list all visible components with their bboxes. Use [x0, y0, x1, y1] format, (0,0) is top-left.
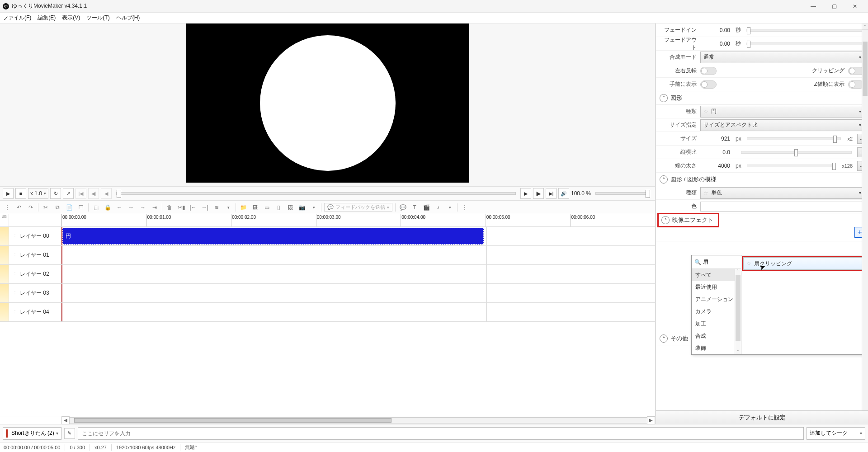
time-ruler[interactable]: 00:00:00.0000:00:01.0000:00:02.0000:00:0…: [61, 214, 655, 226]
props-scrollbar[interactable]: ˄: [862, 24, 868, 410]
aspect-value[interactable]: 0.0: [700, 149, 732, 155]
link-both-button[interactable]: ↔: [127, 203, 136, 212]
menu-help[interactable]: ヘルプ(H): [116, 14, 140, 22]
step-fwd-button[interactable]: ▶: [520, 188, 531, 199]
track-body[interactable]: [61, 284, 655, 302]
trim-start-button[interactable]: |←: [189, 203, 198, 212]
magnet-button[interactable]: ⬚: [91, 203, 100, 212]
undo-button[interactable]: ↶: [14, 203, 24, 212]
linewidth-value[interactable]: 4000: [700, 163, 732, 169]
prev-frame-button[interactable]: ◀|: [88, 188, 99, 199]
track-body[interactable]: [61, 246, 655, 264]
effect-category-item[interactable]: アニメーション: [692, 293, 741, 306]
track-header[interactable]: ⋮レイヤー 02: [9, 265, 61, 283]
play-button[interactable]: ▶: [3, 188, 14, 199]
add-more-icon[interactable]: ▾: [309, 203, 318, 212]
video-icon[interactable]: 🎬: [422, 203, 431, 212]
skip-start-button[interactable]: |◀: [75, 188, 86, 199]
track-body[interactable]: 円: [61, 227, 655, 245]
track-header[interactable]: ⋮レイヤー 03: [9, 284, 61, 302]
link-right-button[interactable]: →: [138, 203, 147, 212]
settings-icon[interactable]: ⋮: [460, 203, 469, 212]
track-header[interactable]: ⋮レイヤー 04: [9, 303, 61, 321]
add-media-button[interactable]: 🖽: [250, 203, 259, 212]
effect-category-item[interactable]: 最近使用: [692, 281, 741, 293]
align-button[interactable]: ⇥: [150, 203, 159, 212]
serif-input[interactable]: [78, 427, 804, 440]
fliph-toggle[interactable]: [700, 67, 717, 75]
hscroll-right-arrow[interactable]: ▶: [647, 416, 655, 424]
text-icon[interactable]: T: [410, 203, 419, 212]
menu-file[interactable]: ファイル(F): [3, 14, 31, 22]
size-value[interactable]: 921: [700, 136, 732, 142]
snap-button[interactable]: ↗: [63, 188, 74, 199]
kind-dropdown[interactable]: ☆円▾: [700, 106, 864, 118]
effect-category-item[interactable]: すべて: [692, 269, 741, 281]
ripple-button[interactable]: ≋: [212, 203, 221, 212]
speed-select[interactable]: x 1.0▾: [28, 188, 48, 199]
skip-end-button[interactable]: ▶|: [546, 188, 557, 199]
section-video-effect[interactable]: ˄映像エフェクト: [658, 213, 719, 227]
fadein-value[interactable]: 0.00: [700, 27, 732, 33]
delete-button[interactable]: 🗑: [165, 203, 174, 212]
effect-category-item[interactable]: 合成: [692, 330, 741, 342]
effect-search-input[interactable]: [703, 259, 738, 265]
seek-slider[interactable]: [116, 192, 516, 195]
effect-result-fan-clipping[interactable]: ☆ 扇クリッピング: [743, 257, 863, 270]
hscroll-left-arrow[interactable]: ◀: [61, 416, 70, 424]
loop-button[interactable]: ↻: [50, 188, 61, 199]
track-body[interactable]: [61, 303, 655, 321]
add-clip-button[interactable]: ▭: [262, 203, 271, 212]
front-toggle[interactable]: [700, 80, 717, 89]
menu-tool[interactable]: ツール(T): [86, 14, 109, 22]
set-default-button[interactable]: デフォルトに設定: [656, 410, 868, 424]
copy-button[interactable]: ⧉: [53, 203, 62, 212]
more2-icon[interactable]: ▾: [445, 203, 454, 212]
drag-handle-icon[interactable]: ⋮: [3, 203, 12, 212]
voice-settings-button[interactable]: ✎: [64, 428, 75, 439]
fadeout-slider[interactable]: [746, 42, 863, 45]
trim-end-button[interactable]: →|: [200, 203, 209, 212]
minimize-button[interactable]: —: [803, 0, 824, 13]
cut-button[interactable]: ✂: [41, 203, 50, 212]
category-scrollbar[interactable]: ˄˅: [735, 269, 741, 354]
timeline-hscroll[interactable]: ◀ ▶: [0, 416, 655, 424]
paste-button[interactable]: 📄: [65, 203, 74, 212]
effect-category-item[interactable]: カメラ: [692, 306, 741, 318]
color-swatch[interactable]: [700, 202, 864, 212]
add-image-button[interactable]: 🖼: [286, 203, 295, 212]
timeline-clip[interactable]: 円: [62, 228, 484, 245]
duplicate-button[interactable]: ❐: [76, 203, 85, 212]
link-left-button[interactable]: ←: [115, 203, 124, 212]
pkind-dropdown[interactable]: ☆単色▾: [700, 187, 864, 199]
bubble-icon[interactable]: 💬: [398, 203, 407, 212]
add-folder-button[interactable]: 📁: [239, 203, 248, 212]
redo-button[interactable]: ↷: [26, 203, 35, 212]
blend-dropdown[interactable]: 通常▾: [700, 52, 864, 63]
preview-canvas[interactable]: [186, 24, 469, 183]
section-shape[interactable]: ˄図形: [656, 91, 868, 105]
menu-view[interactable]: 表示(V): [62, 14, 80, 22]
aspect-slider[interactable]: [741, 151, 852, 154]
more-icon[interactable]: ▾: [224, 203, 233, 212]
split-button[interactable]: ✂▮: [177, 203, 186, 212]
menu-edit[interactable]: 編集(E): [38, 14, 56, 22]
next-frame-button[interactable]: |▶: [533, 188, 544, 199]
fadein-slider[interactable]: [746, 29, 863, 32]
effect-search[interactable]: 🔍: [692, 255, 741, 269]
voice-select[interactable]: Shortきりたん (2)▾: [3, 427, 61, 440]
volume-icon[interactable]: 🔊: [558, 188, 569, 199]
add-clip2-button[interactable]: ▯: [274, 203, 283, 212]
track-header[interactable]: ⋮レイヤー 01: [9, 246, 61, 264]
effect-category-item[interactable]: 装飾: [692, 342, 741, 354]
lock-button[interactable]: 🔒: [103, 203, 112, 212]
track-header[interactable]: ⋮レイヤー 00: [9, 227, 61, 245]
stop-button[interactable]: ■: [15, 188, 26, 199]
fadeout-value[interactable]: 0.00: [700, 41, 732, 47]
close-button[interactable]: ✕: [844, 0, 865, 13]
section-pattern[interactable]: ˄図形 / 図形の模様: [656, 173, 868, 186]
linewidth-slider[interactable]: [747, 165, 835, 167]
sizespec-dropdown[interactable]: サイズとアスペクト比▾: [700, 119, 864, 131]
volume-slider[interactable]: [595, 192, 650, 195]
track-body[interactable]: [61, 265, 655, 283]
